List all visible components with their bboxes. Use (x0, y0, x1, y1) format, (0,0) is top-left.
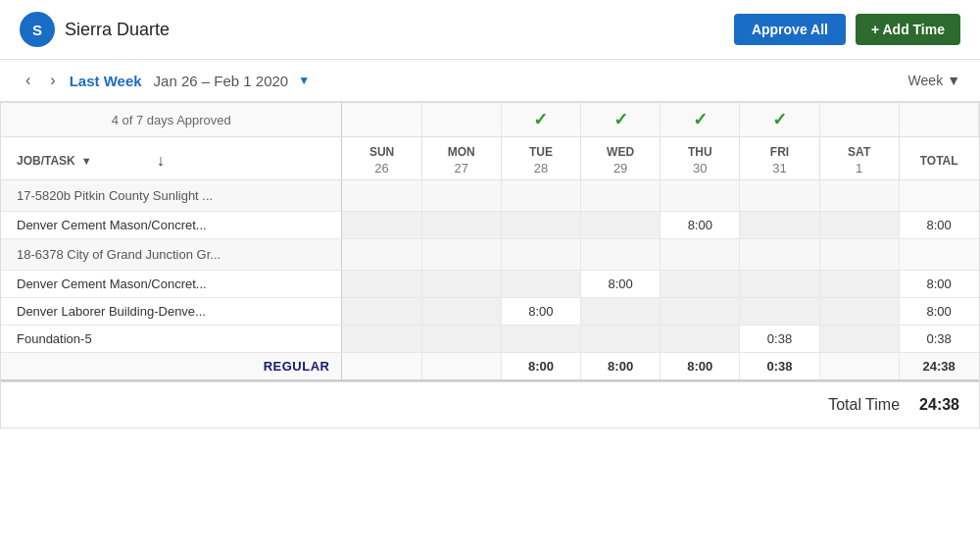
sat-header: SAT 1 (819, 137, 899, 180)
regular-label: REGULAR (1, 353, 342, 381)
project-label-1: 17-5820b Pitkin County Sunlight ... (1, 180, 342, 212)
t1-fri (740, 212, 819, 239)
t3-sat (819, 298, 899, 326)
approved-status: 4 of 7 days Approved (1, 103, 342, 137)
reg-sat (819, 353, 899, 381)
reg-thu: 8:00 (661, 353, 740, 381)
t4-mon (421, 326, 501, 353)
p1-thu (661, 180, 740, 212)
p1-tue (501, 180, 580, 212)
nav-left: ‹ › Last Week Jan 26 – Feb 1 2020 ▼ (20, 70, 310, 91)
p1-sat (819, 180, 899, 212)
t3-total: 8:00 (899, 298, 978, 326)
sun-header: SUN 26 (342, 137, 421, 180)
t3-mon (421, 298, 501, 326)
mon-header: MON 27 (421, 137, 501, 180)
week-view-button[interactable]: Week ▼ (908, 73, 960, 88)
time-table: 4 of 7 days Approved ✓ ✓ ✓ ✓ JOB/TASK (1, 103, 979, 381)
t3-fri (740, 298, 819, 326)
t2-sat (819, 271, 899, 298)
period-dropdown-arrow[interactable]: ▼ (298, 74, 310, 87)
t1-wed (581, 212, 661, 239)
task-label-2: Denver Cement Mason/Concret... (1, 271, 342, 298)
t2-tue (501, 271, 580, 298)
t1-thu: 8:00 (661, 212, 740, 239)
t4-thu (661, 326, 740, 353)
thu-header: THU 30 (661, 137, 740, 180)
reg-tue: 8:00 (501, 353, 580, 381)
t2-thu (661, 271, 740, 298)
sort-icon[interactable]: ↓ (157, 152, 165, 170)
t1-sun (342, 212, 421, 239)
t1-mon (421, 212, 501, 239)
t2-sun (342, 271, 421, 298)
approve-all-button[interactable]: Approve All (734, 14, 846, 45)
p1-fri (740, 180, 819, 212)
tue-header: TUE 28 (501, 137, 580, 180)
p2-fri (740, 239, 819, 271)
week-label: Week (908, 73, 944, 88)
day-header-row: JOB/TASK ▼ ↓ SUN 26 MON 27 TUE (1, 137, 979, 180)
nav-row: ‹ › Last Week Jan 26 – Feb 1 2020 ▼ Week… (0, 60, 980, 102)
tue-approval: ✓ (501, 103, 580, 137)
task-label-4: Foundation-5 (1, 326, 342, 353)
t4-wed (581, 326, 661, 353)
wed-approval: ✓ (581, 103, 661, 137)
avatar: S (20, 12, 55, 47)
p1-wed (581, 180, 661, 212)
project-row-2: 18-6378 City of Grand Junction Gr... (1, 239, 979, 271)
prev-week-button[interactable]: ‹ (20, 70, 36, 91)
p2-mon (421, 239, 501, 271)
p1-sun (342, 180, 421, 212)
job-task-dropdown[interactable]: ▼ (81, 155, 92, 167)
t4-sun (342, 326, 421, 353)
project-row-1: 17-5820b Pitkin County Sunlight ... (1, 180, 979, 212)
t3-sun (342, 298, 421, 326)
job-task-column-header: JOB/TASK ▼ ↓ (1, 137, 342, 180)
fri-header: FRI 31 (740, 137, 819, 180)
t4-sat (819, 326, 899, 353)
next-week-button[interactable]: › (44, 70, 61, 91)
reg-fri: 0:38 (740, 353, 819, 381)
t1-total: 8:00 (899, 212, 978, 239)
header-buttons: Approve All + Add Time (734, 14, 960, 45)
p2-sun (342, 239, 421, 271)
p2-wed (581, 239, 661, 271)
p2-sat (819, 239, 899, 271)
total-time-section: Total Time 24:38 (1, 381, 979, 427)
approval-row: 4 of 7 days Approved ✓ ✓ ✓ ✓ (1, 103, 979, 137)
sat-approval (819, 103, 899, 137)
nav-period: Last Week (70, 73, 142, 89)
task-label-3: Denver Laborer Building-Denve... (1, 298, 342, 326)
t2-mon (421, 271, 501, 298)
add-time-button[interactable]: + Add Time (856, 14, 960, 45)
t2-total: 8:00 (899, 271, 978, 298)
week-dropdown-icon: ▼ (947, 73, 960, 88)
thu-approval: ✓ (661, 103, 740, 137)
job-task-label: JOB/TASK (17, 154, 75, 168)
total-time-value: 24:38 (919, 396, 959, 414)
t3-tue: 8:00 (501, 298, 580, 326)
task-row-1: Denver Cement Mason/Concret... 8:00 8:00 (1, 212, 979, 239)
t4-fri: 0:38 (740, 326, 819, 353)
reg-mon (421, 353, 501, 381)
wed-header: WED 29 (581, 137, 661, 180)
reg-wed: 8:00 (581, 353, 661, 381)
task-row-2: Denver Cement Mason/Concret... 8:00 8:00 (1, 271, 979, 298)
header: S Sierra Duarte Approve All + Add Time (0, 0, 980, 60)
task-row-4: Foundation-5 0:38 0:38 (1, 326, 979, 353)
reg-total: 24:38 (899, 353, 978, 381)
task-row-3: Denver Laborer Building-Denve... 8:00 8:… (1, 298, 979, 326)
t1-sat (819, 212, 899, 239)
t3-thu (661, 298, 740, 326)
task-label-1: Denver Cement Mason/Concret... (1, 212, 342, 239)
total-time-label: Total Time (828, 396, 900, 414)
user-name: Sierra Duarte (65, 20, 170, 40)
mon-approval (421, 103, 501, 137)
t3-wed (581, 298, 661, 326)
p1-mon (421, 180, 501, 212)
p2-tue (501, 239, 580, 271)
t2-fri (740, 271, 819, 298)
total-approval (899, 103, 978, 137)
t4-tue (501, 326, 580, 353)
